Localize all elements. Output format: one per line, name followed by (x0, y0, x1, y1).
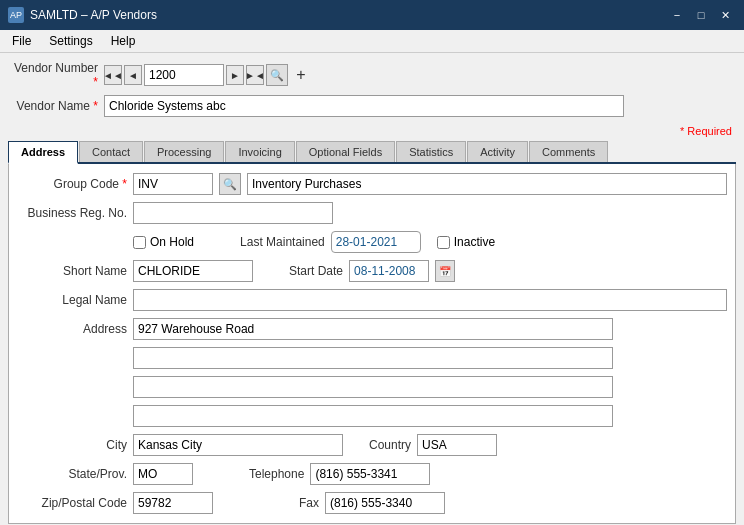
minimize-button[interactable]: − (666, 4, 688, 26)
address-row-3 (17, 375, 727, 399)
fax-label: Fax (299, 496, 319, 510)
last-maintained-input[interactable]: 28-01-2021 (331, 231, 421, 253)
title-bar: AP SAMLTD – A/P Vendors − □ ✕ (0, 0, 744, 30)
tab-processing[interactable]: Processing (144, 141, 224, 162)
city-label: City (17, 438, 127, 452)
vendor-search-button[interactable]: 🔍 (266, 64, 288, 86)
address-row-1: Address 927 Warehouse Road (17, 317, 727, 341)
on-hold-checkbox[interactable] (133, 236, 146, 249)
start-date-label: Start Date (289, 264, 343, 278)
vendor-number-row: Vendor Number ◄◄ ◄ 1200 ► ►◄ 🔍 + (8, 61, 736, 89)
short-name-input[interactable]: CHLORIDE (133, 260, 253, 282)
main-content: Vendor Number ◄◄ ◄ 1200 ► ►◄ 🔍 + Vendor … (0, 53, 744, 525)
nav-first-button[interactable]: ◄◄ (104, 65, 122, 85)
vendor-name-label: Vendor Name (8, 99, 98, 113)
address-line4-input[interactable] (133, 405, 613, 427)
vendor-name-row: Vendor Name Chloride Systems abc (8, 95, 736, 117)
state-input[interactable]: MO (133, 463, 193, 485)
group-code-row: Group Code INV 🔍 Inventory Purchases (17, 172, 727, 196)
menu-file[interactable]: File (4, 32, 39, 50)
maximize-button[interactable]: □ (690, 4, 712, 26)
group-code-search-button[interactable]: 🔍 (219, 173, 241, 195)
zip-input[interactable]: 59782 (133, 492, 213, 514)
short-name-label: Short Name (17, 264, 127, 278)
city-country-row: City Kansas City Country USA (17, 433, 727, 457)
inactive-checkbox[interactable] (437, 236, 450, 249)
legal-name-row: Legal Name (17, 288, 727, 312)
menu-bar: File Settings Help (0, 30, 744, 53)
tab-contact[interactable]: Contact (79, 141, 143, 162)
vendor-name-input[interactable]: Chloride Systems abc (104, 95, 624, 117)
tab-address[interactable]: Address (8, 141, 78, 164)
menu-settings[interactable]: Settings (41, 32, 100, 50)
address-form: Group Code INV 🔍 Inventory Purchases Bus… (17, 172, 727, 515)
tab-content-address: Group Code INV 🔍 Inventory Purchases Bus… (8, 164, 736, 524)
business-reg-input[interactable] (133, 202, 333, 224)
last-maintained-label: Last Maintained (240, 235, 325, 249)
country-label: Country (369, 438, 411, 452)
inactive-label: Inactive (454, 235, 495, 249)
on-hold-checkbox-item: On Hold (133, 235, 194, 249)
tab-comments[interactable]: Comments (529, 141, 608, 162)
vendor-number-input[interactable]: 1200 (144, 64, 224, 86)
calendar-button[interactable]: 📅 (435, 260, 455, 282)
legal-name-input[interactable] (133, 289, 727, 311)
tab-statistics[interactable]: Statistics (396, 141, 466, 162)
tab-activity[interactable]: Activity (467, 141, 528, 162)
nav-controls: ◄◄ ◄ 1200 ► ►◄ 🔍 + (104, 64, 312, 86)
tab-invoicing[interactable]: Invoicing (225, 141, 294, 162)
zip-label: Zip/Postal Code (17, 496, 127, 510)
on-hold-row: On Hold Last Maintained 28-01-2021 Inact… (17, 230, 727, 254)
legal-name-label: Legal Name (17, 293, 127, 307)
tab-optional-fields[interactable]: Optional Fields (296, 141, 395, 162)
window-title: SAMLTD – A/P Vendors (30, 8, 157, 22)
fax-input[interactable]: (816) 555-3340 (325, 492, 445, 514)
group-code-label: Group Code (17, 177, 127, 191)
country-input[interactable]: USA (417, 434, 497, 456)
app-icon: AP (8, 7, 24, 23)
tabs: Address Contact Processing Invoicing Opt… (8, 141, 736, 164)
menu-help[interactable]: Help (103, 32, 144, 50)
window-controls: − □ ✕ (666, 4, 736, 26)
close-button[interactable]: ✕ (714, 4, 736, 26)
address-line1-input[interactable]: 927 Warehouse Road (133, 318, 613, 340)
business-reg-row: Business Reg. No. (17, 201, 727, 225)
address-label: Address (17, 322, 127, 336)
vendor-number-label: Vendor Number (8, 61, 98, 89)
telephone-label: Telephone (249, 467, 304, 481)
zip-fax-row: Zip/Postal Code 59782 Fax (816) 555-3340 (17, 491, 727, 515)
short-name-row: Short Name CHLORIDE Start Date 08-11-200… (17, 259, 727, 283)
state-label: State/Prov. (17, 467, 127, 481)
nav-last-button[interactable]: ►◄ (246, 65, 264, 85)
add-vendor-button[interactable]: + (290, 65, 312, 85)
group-description-input[interactable]: Inventory Purchases (247, 173, 727, 195)
address-row-2 (17, 346, 727, 370)
address-row-4 (17, 404, 727, 428)
telephone-input[interactable]: (816) 555-3341 (310, 463, 430, 485)
tabs-container: * Required Address Contact Processing In… (8, 125, 736, 524)
on-hold-label: On Hold (150, 235, 194, 249)
nav-prev-button[interactable]: ◄ (124, 65, 142, 85)
required-notice: * Required (8, 125, 736, 137)
start-date-input[interactable]: 08-11-2008 (349, 260, 429, 282)
business-reg-label: Business Reg. No. (17, 206, 127, 220)
city-input[interactable]: Kansas City (133, 434, 343, 456)
state-telephone-row: State/Prov. MO Telephone (816) 555-3341 (17, 462, 727, 486)
inactive-checkbox-item: Inactive (437, 235, 495, 249)
address-line2-input[interactable] (133, 347, 613, 369)
address-line3-input[interactable] (133, 376, 613, 398)
nav-next-button[interactable]: ► (226, 65, 244, 85)
group-code-input[interactable]: INV (133, 173, 213, 195)
